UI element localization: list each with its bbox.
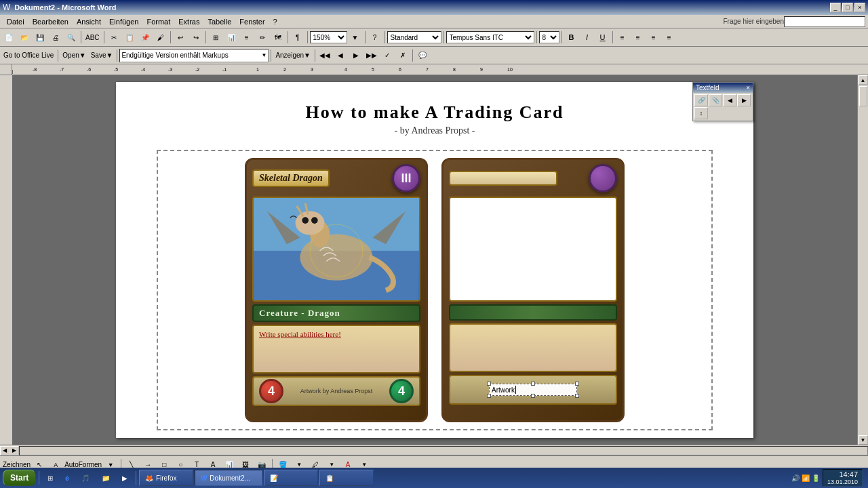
font-select[interactable]: Tempus Sans ITC [446,31,534,43]
separator-3 [170,31,171,43]
track-next[interactable]: ▶ [349,48,363,63]
track-end[interactable]: ▶▶ [364,48,379,63]
tb-show-para[interactable]: ¶ [290,30,305,45]
redo-button[interactable]: ↪ [189,30,203,45]
zoom-select[interactable]: 150% 100% [310,31,347,43]
menu-help[interactable]: ? [269,16,281,27]
copy-button[interactable]: 📋 [122,30,137,45]
undo-button[interactable]: ↩ [173,30,188,45]
handle-tr [575,382,579,386]
taskbar-windows[interactable]: ⊞ [42,470,58,486]
doc-scroll-content[interactable]: Textfeld × 🔗 📎 ◀ ▶ ↕ [12,75,857,445]
taskbar-ie[interactable]: e [60,470,75,486]
card-text-right [449,323,617,372]
align-center[interactable]: ≡ [631,30,646,45]
taskbar-mediaplayer[interactable]: ▶ [117,470,133,486]
minimize-button[interactable]: _ [830,3,841,12]
menu-einfuegen[interactable]: Einfügen [105,16,142,27]
track-accept[interactable]: ✓ [380,48,395,63]
doc-version-dropdown[interactable]: Endgültige Version enthält Markups ▼ [119,49,269,62]
textbox-wrapper: Artwork [456,384,610,396]
cut-button[interactable]: ✂ [106,30,121,45]
horizontal-scrollbar[interactable] [19,446,868,455]
taskbar-firefox[interactable]: 🦊 Firefox [139,470,193,486]
textfeld-close[interactable]: × [746,84,750,92]
close-button[interactable]: × [854,3,865,12]
toolbar-row-1: 📄 📂 💾 🖨 🔍 ABC ✂ 📋 📌 🖌 ↩ ↪ ⊞ 📊 ≡ ✏ 🗺 ¶ [0,28,868,46]
svg-text:-2: -2 [195,67,199,72]
card-right: Artwork [441,158,625,422]
spell-button[interactable]: ABC [83,30,102,45]
textfeld-tool-link[interactable]: 🔗 [694,94,708,106]
menu-format[interactable]: Format [142,16,174,27]
zoom-dropdown[interactable]: ▼ [348,30,363,45]
fontsize-select[interactable]: 8 [539,31,559,43]
ruler-container: -8 -7 -6 -5 -4 -3 -2 -1 1 2 3 4 [0,64,868,75]
scroll-thumb[interactable] [859,86,867,106]
text-cursor [515,386,516,394]
start-button[interactable]: Start [3,470,36,486]
tb-columns[interactable]: ≡ [239,30,254,45]
separator-10 [536,31,537,43]
go-to-office-live[interactable]: Go to Office Live [1,48,56,63]
taskbar-explorer[interactable]: 📁 [96,470,115,486]
align-left[interactable]: ≡ [615,30,630,45]
underline-button[interactable]: U [595,30,610,45]
track-back[interactable]: ◀ [333,48,348,63]
taskbar-word-active[interactable]: W Dokument2... [195,470,262,486]
tb-insert-table[interactable]: ⊞ [208,30,223,45]
separator-7 [365,31,366,43]
cards-container: Skeletal Dragon III [157,150,713,430]
textfeld-tool-resize[interactable]: ↕ [694,107,708,119]
align-right[interactable]: ≡ [646,30,661,45]
track-reject[interactable]: ✗ [395,48,410,63]
card-power-left: 4 [259,379,283,403]
tb-drawing[interactable]: ✏ [255,30,270,45]
format-painter[interactable]: 🖌 [153,30,168,45]
tb-insert-excel[interactable]: 📊 [224,30,239,45]
save-button-tb[interactable]: 💾 [33,30,47,45]
menu-datei[interactable]: Datei [3,16,28,27]
bold-button[interactable]: B [564,30,579,45]
menu-bearbeiten[interactable]: Bearbeiten [28,16,73,27]
maximize-button[interactable]: □ [842,3,853,12]
print-button[interactable]: 🖨 [48,30,63,45]
new-button[interactable]: 📄 [1,30,16,45]
svg-point-26 [302,217,309,224]
textfeld-tool-left[interactable]: ◀ [723,94,736,106]
track-prev[interactable]: ◀◀ [317,48,332,63]
menu-fenster[interactable]: Fenster [235,16,269,27]
open-btn-2[interactable]: Open▼ [60,48,87,63]
anzeigen-btn[interactable]: Anzeigen▼ [273,48,313,63]
textfeld-tool-right[interactable]: ▶ [737,94,751,106]
open-button[interactable]: 📂 [17,30,32,45]
style-select[interactable]: Standard [387,31,441,43]
window-title: Dokument2 - Microsoft Word [14,3,116,12]
taskbar-media[interactable]: 🎵 [76,470,95,486]
paste-button[interactable]: 📌 [138,30,153,45]
menu-ansicht[interactable]: Ansicht [73,16,105,27]
taskbar-app2[interactable]: 📋 [319,470,374,486]
content-area: -8 -7 -6 -5 -4 -3 -2 -1 1 2 3 4 [0,64,868,488]
help-search[interactable] [784,16,865,27]
scroll-left[interactable]: ◀ [0,446,9,455]
comment-btn[interactable]: 💬 [415,48,430,63]
svg-point-25 [296,211,325,235]
align-justify[interactable]: ≡ [662,30,677,45]
scroll-down[interactable]: ▼ [859,435,868,445]
save-btn-2[interactable]: Save▼ [89,48,115,63]
card-text-left: Write special abilities here! [252,325,420,373]
taskbar-app1[interactable]: 📝 [264,470,318,486]
preview-button[interactable]: 🔍 [64,30,79,45]
tb-docmap[interactable]: 🗺 [271,30,285,45]
svg-text:-3: -3 [168,67,172,72]
menu-tabelle[interactable]: Tabelle [203,16,235,27]
italic-button[interactable]: I [580,30,595,45]
separator-12 [612,31,613,43]
card-header-right [443,160,623,197]
textfeld-tool-clip[interactable]: 📎 [709,94,722,106]
scroll-up[interactable]: ▲ [859,75,868,85]
help-btn[interactable]: ? [368,30,382,45]
scroll-right[interactable]: ▶ [9,446,19,455]
menu-extras[interactable]: Extras [174,16,203,27]
